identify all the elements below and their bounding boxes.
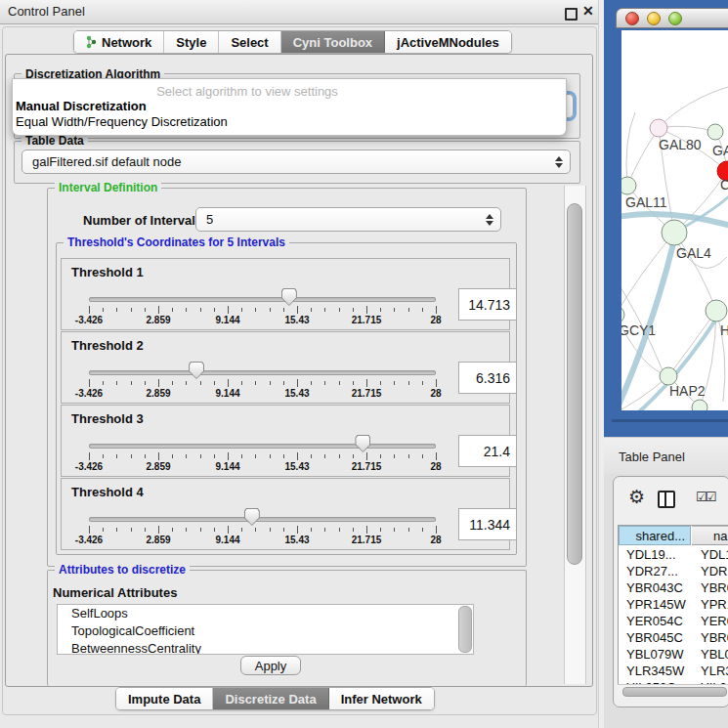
threshold-4-value-field[interactable]: 11.344 bbox=[458, 508, 517, 540]
table-row-yer054c[interactable]: YER054CYER0 bbox=[619, 613, 728, 629]
threshold-1-value-field[interactable]: 14.713 bbox=[458, 288, 517, 321]
table-horizontal-scrollbar-thumb[interactable] bbox=[622, 687, 727, 697]
table-row-ylr345w[interactable]: YLR345WYLR3 bbox=[619, 663, 728, 679]
minimize-traffic-icon[interactable] bbox=[647, 12, 661, 25]
tick-label: 21.715 bbox=[352, 535, 382, 545]
columns-icon[interactable] bbox=[658, 491, 675, 508]
algorithm-option-equal-width-frequency-discretization[interactable]: Equal Width/Frequency Discretization bbox=[16, 114, 228, 129]
close-icon[interactable]: ✕ bbox=[582, 3, 594, 19]
network-window-titlebar[interactable] bbox=[616, 8, 728, 28]
tick-mark bbox=[172, 308, 173, 312]
tick-mark bbox=[408, 308, 409, 312]
threshold-4-slider-track[interactable] bbox=[89, 517, 436, 522]
GAL4-node[interactable] bbox=[662, 220, 687, 245]
threshold-3-slider-track[interactable] bbox=[89, 444, 436, 449]
network-edge[interactable] bbox=[659, 87, 728, 128]
network-edge[interactable] bbox=[674, 233, 716, 311]
tick-mark bbox=[172, 454, 173, 458]
network-canvas[interactable]: GAL80GACGAL11GAL4GCY1HHAP2 bbox=[621, 30, 728, 410]
float-panel-icon[interactable] bbox=[565, 8, 578, 21]
tick-mark bbox=[241, 308, 242, 312]
threshold-2-value-field[interactable]: 6.316 bbox=[458, 362, 517, 394]
attribute-item-selfloops[interactable]: SelfLoops bbox=[58, 605, 473, 622]
column-header-name[interactable]: na bbox=[692, 526, 728, 545]
zoom-traffic-icon[interactable] bbox=[668, 12, 682, 25]
attribute-item-betweennesscentrality[interactable]: BetweennessCentrality bbox=[58, 640, 473, 655]
panel-vertical-scrollbar-thumb[interactable] bbox=[567, 203, 582, 565]
tick-mark bbox=[436, 452, 437, 460]
tab-impute-data[interactable]: Impute Data bbox=[116, 688, 213, 709]
tick-mark bbox=[408, 454, 409, 458]
attribute-item-topologicalcoefficient[interactable]: TopologicalCoefficient bbox=[58, 622, 473, 640]
tick-mark bbox=[339, 454, 340, 458]
tick-mark bbox=[297, 526, 298, 534]
tick-mark bbox=[186, 308, 187, 312]
tick-mark bbox=[408, 381, 409, 385]
num-intervals-combo[interactable]: 5 bbox=[195, 207, 501, 232]
num-intervals-label: Number of Intervals bbox=[83, 213, 202, 228]
tab-label: Discretize Data bbox=[225, 692, 316, 707]
tick-mark bbox=[380, 381, 381, 385]
threshold-1-label: Threshold 1 bbox=[71, 265, 144, 279]
H-node[interactable] bbox=[706, 300, 727, 321]
table-horizontal-scrollbar[interactable] bbox=[618, 684, 728, 698]
tick-label: 15.43 bbox=[284, 461, 309, 472]
GAL80-node[interactable] bbox=[650, 119, 667, 137]
threshold-4-slider-thumb[interactable] bbox=[244, 508, 260, 526]
threshold-3-value-field[interactable]: 21.4 bbox=[458, 435, 517, 467]
combo-arrows-icon bbox=[555, 156, 563, 168]
attributes-list-scrollbar-thumb[interactable] bbox=[458, 606, 472, 653]
tick-mark bbox=[394, 454, 395, 458]
checkbox-icons[interactable]: ☑☑ bbox=[696, 490, 714, 504]
tick-label: -3.426 bbox=[75, 535, 103, 545]
threshold-1-slider-thumb[interactable] bbox=[281, 288, 297, 306]
tick-mark bbox=[241, 528, 242, 532]
column-header-shared[interactable]: shared... bbox=[619, 526, 691, 545]
threshold-2-slider-thumb[interactable] bbox=[189, 362, 204, 379]
tick-mark bbox=[366, 452, 367, 460]
network-edge[interactable] bbox=[621, 271, 663, 370]
table-row-ydl19[interactable]: YDL19...YDL1 bbox=[619, 546, 728, 563]
tab-discretize-data[interactable]: Discretize Data bbox=[213, 688, 328, 709]
tab-infer-network[interactable]: Infer Network bbox=[329, 688, 434, 709]
attributes-list[interactable]: SelfLoopsTopologicalCoefficientBetweenne… bbox=[57, 604, 474, 655]
panel-vertical-scrollbar[interactable] bbox=[564, 186, 586, 684]
tick-mark bbox=[158, 526, 159, 534]
tick-mark bbox=[353, 381, 354, 385]
network-edge[interactable] bbox=[668, 311, 716, 376]
tick-mark bbox=[200, 381, 201, 385]
tick-mark bbox=[200, 528, 201, 532]
close-traffic-icon[interactable] bbox=[625, 12, 639, 25]
tick-label: 15.43 bbox=[284, 535, 309, 545]
table-row-ybr045c[interactable]: YBR045CYBR0 bbox=[619, 629, 728, 646]
threshold-1-slider-track[interactable] bbox=[89, 297, 436, 302]
node-label-c: C bbox=[720, 177, 728, 193]
threshold-2-slider-track[interactable] bbox=[89, 370, 436, 375]
thresholds-group-title: Threshold's Coordinates for 5 Intervals bbox=[64, 236, 289, 249]
tick-label: 28 bbox=[430, 388, 441, 399]
network-edge[interactable] bbox=[627, 128, 659, 186]
gear-icon[interactable]: ⚙ bbox=[628, 486, 645, 508]
cell-name: YER0 bbox=[701, 614, 728, 628]
table-subwindow: ⚙ ☑☑ shared... na YDL19...YDL1YDR27...YD… bbox=[613, 476, 728, 707]
bottom-node[interactable] bbox=[692, 400, 707, 410]
algorithm-option-manual-discretization[interactable]: Manual Discretization bbox=[16, 99, 147, 113]
cell-shared-name: YBR045C bbox=[626, 630, 683, 645]
network-edge[interactable] bbox=[641, 407, 700, 410]
control-panel-titlebar: Control Panel bbox=[0, 0, 598, 24]
tick-mark bbox=[186, 381, 187, 385]
tick-label: 2.859 bbox=[146, 315, 170, 325]
threshold-3-slider-thumb[interactable] bbox=[355, 435, 370, 452]
GA-node[interactable] bbox=[707, 124, 723, 140]
table-row-ybr043c[interactable]: YBR043CYBR0 bbox=[619, 579, 728, 596]
GAL11-node[interactable] bbox=[621, 177, 636, 194]
table-row-ybl079w[interactable]: YBL079WYBL0 bbox=[619, 646, 728, 663]
GCY1-node[interactable] bbox=[621, 306, 624, 323]
network-edge[interactable] bbox=[626, 112, 635, 186]
table-row-ypr145w[interactable]: YPR145WYPR1 bbox=[619, 596, 728, 613]
cell-name: YLR3 bbox=[701, 664, 728, 678]
apply-button[interactable]: Apply bbox=[240, 656, 301, 675]
algorithm-hint: Select algorithm to view settings bbox=[13, 84, 482, 99]
table-row-ydr27[interactable]: YDR27...YDR2 bbox=[619, 563, 728, 579]
table-data-combo[interactable]: galFiltered.sif default node bbox=[21, 150, 571, 174]
